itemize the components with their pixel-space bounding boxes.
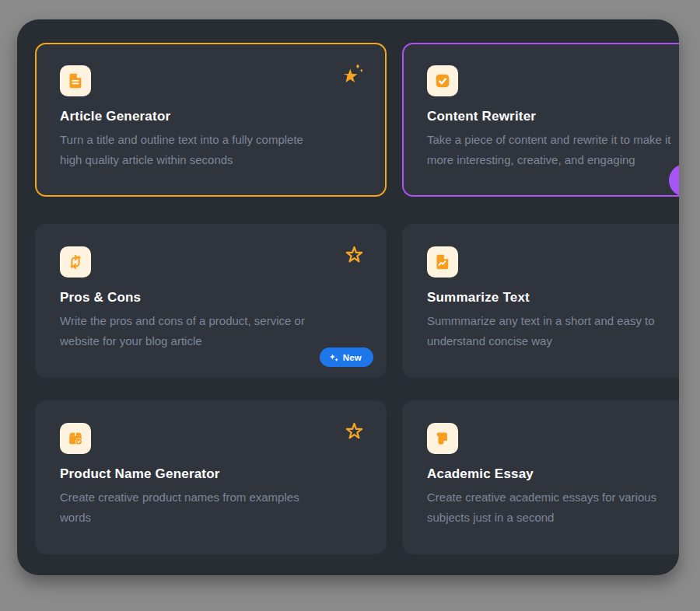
tools-grid-panel: Article Generator Turn a title and outli…	[17, 19, 679, 575]
tool-description: Take a piece of content and rewrite it t…	[427, 130, 679, 170]
tool-description: Create creative product names from examp…	[60, 487, 362, 528]
new-badge: New	[320, 347, 373, 367]
tool-icon-tile	[427, 246, 458, 278]
tool-description: Turn a title and outline text into a ful…	[60, 130, 362, 170]
tool-description: Write the pros and cons of a product, se…	[60, 311, 362, 351]
sparkle-star-filled-icon	[341, 63, 365, 85]
document-chart-icon	[434, 253, 451, 271]
tool-icon-tile	[427, 65, 458, 96]
tool-icon-tile	[427, 423, 458, 454]
package-check-icon	[67, 430, 84, 447]
tool-card-content-rewriter[interactable]: Content Rewriter Take a piece of content…	[402, 43, 679, 197]
document-icon	[67, 72, 84, 89]
new-badge-label: New	[343, 353, 362, 362]
star-outline-icon	[344, 421, 365, 442]
favorite-star-button[interactable]	[344, 244, 365, 265]
tool-card-pros-and-cons[interactable]: Pros & Cons Write the pros and cons of a…	[35, 224, 387, 378]
tool-icon-tile	[60, 423, 91, 454]
favorite-star-button[interactable]	[341, 63, 365, 85]
swap-arrows-icon	[67, 253, 84, 271]
tool-title: Pros & Cons	[60, 290, 362, 306]
favorite-star-button[interactable]	[344, 421, 365, 442]
tool-title: Article Generator	[60, 109, 362, 124]
tool-description: Create creative academic essays for vari…	[427, 487, 679, 528]
tool-title: Product Name Generator	[60, 466, 362, 482]
tool-title: Academic Essay	[427, 466, 679, 482]
tool-card-summarize-text[interactable]: Summarize Text Summmarize any text in a …	[402, 224, 679, 378]
tool-card-article-generator[interactable]: Article Generator Turn a title and outli…	[35, 43, 387, 197]
check-square-icon	[434, 72, 451, 89]
sparkles-icon	[329, 353, 338, 362]
tool-description: Summmarize any text in a short and easy …	[427, 311, 679, 351]
scroll-icon	[434, 430, 451, 447]
star-outline-icon	[344, 244, 365, 265]
tool-icon-tile	[60, 65, 91, 96]
tool-title: Content Rewriter	[427, 109, 679, 124]
page-background: { "colors": { "page_background": "#8b8b8…	[0, 0, 700, 611]
tool-title: Summarize Text	[427, 290, 679, 306]
tool-card-product-name-generator[interactable]: Product Name Generator Create creative p…	[35, 400, 387, 554]
tool-card-academic-essay[interactable]: Academic Essay Create creative academic …	[402, 400, 679, 554]
tool-icon-tile	[60, 246, 91, 278]
